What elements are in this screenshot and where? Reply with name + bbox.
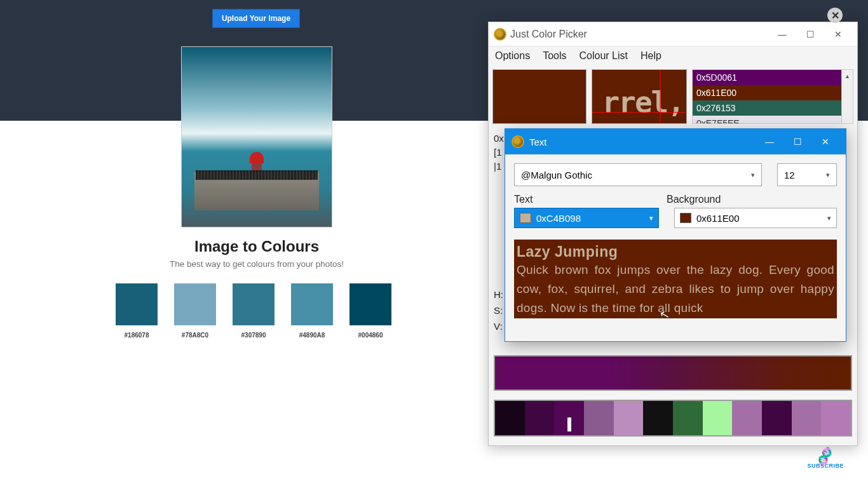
swatch[interactable]: #307890 — [233, 283, 275, 339]
background-color-select[interactable]: 0x611E00 ▾ — [674, 208, 837, 228]
crosshair-vertical — [660, 70, 661, 123]
page-subtitle: The best way to get colours from your ph… — [0, 259, 513, 269]
bg-color-value: 0x611E00 — [696, 213, 740, 224]
swatch-color — [233, 283, 275, 325]
maximize-icon[interactable]: ☐ — [796, 24, 824, 44]
chevron-down-icon: ▾ — [826, 171, 830, 179]
shade-swatch[interactable] — [762, 401, 792, 435]
menu-options[interactable]: Options — [495, 50, 530, 62]
chevron-down-icon: ▾ — [827, 214, 831, 222]
jcp-title: Just Color Picker — [510, 29, 587, 40]
shade-swatch[interactable] — [525, 401, 555, 435]
page-title: Image to Colours — [0, 238, 513, 255]
jcp-titlebar[interactable]: Just Color Picker — ☐ ✕ — [489, 22, 857, 46]
swatch-color — [116, 283, 158, 325]
shade-row — [494, 400, 852, 437]
font-size-value: 12 — [784, 170, 795, 180]
upload-image-label: Upload Your Image — [222, 14, 290, 23]
shade-swatch[interactable] — [792, 401, 822, 435]
text-window-title: Text — [529, 137, 547, 147]
swatch[interactable]: #186078 — [116, 283, 158, 339]
swatch-hex: #78A8C0 — [182, 332, 208, 339]
shade-swatch[interactable] — [821, 401, 851, 435]
swatch-color — [174, 283, 216, 325]
swatch-hex: #004860 — [358, 332, 383, 339]
swatch-color — [349, 283, 391, 325]
colour-list-item[interactable]: 0xE7E5EE — [693, 116, 841, 123]
swatch-hex: #307890 — [241, 332, 266, 339]
text-color-select[interactable]: 0xC4B098 ▾ — [514, 208, 659, 228]
swatch[interactable]: #004860 — [349, 283, 391, 339]
colour-info-lines: 0x [1 |1 — [494, 132, 504, 173]
preview-body: Quick brown fox jumps over the lazy dog.… — [517, 261, 834, 318]
menu-tools[interactable]: Tools — [543, 50, 566, 62]
shade-swatch[interactable] — [554, 401, 584, 435]
gradient-strip[interactable] — [494, 355, 852, 391]
menu-help[interactable]: Help — [641, 50, 661, 62]
shade-swatch[interactable] — [732, 401, 762, 435]
text-color-chip — [520, 213, 531, 223]
crosshair-horizontal — [592, 112, 686, 113]
chevron-down-icon: ▾ — [649, 214, 653, 222]
bg-color-chip — [680, 213, 691, 223]
hsv-s: S: — [494, 302, 503, 318]
minimize-icon[interactable]: — — [768, 24, 796, 44]
colour-list-item[interactable]: 0x276153 — [693, 100, 841, 116]
palette-row: #186078 #78A8C0 #307890 #4890A8 #004860 — [116, 283, 391, 339]
font-select-value: @Malgun Gothic — [521, 170, 592, 180]
shade-swatch[interactable] — [703, 401, 733, 435]
swatch-color — [291, 283, 333, 325]
colour-list[interactable]: 0x5D0061 0x611E00 0x276153 0xE7E5EE ▴ — [692, 69, 853, 124]
active-shade-marker — [567, 417, 571, 431]
text-titlebar[interactable]: Text — ☐ ✕ — [505, 129, 846, 154]
swatch-hex: #4890A8 — [299, 332, 325, 339]
chevron-down-icon: ▾ — [751, 171, 755, 179]
close-icon[interactable]: ✕ — [811, 129, 839, 154]
subscribe-watermark: 🧬 SUBSCRIBE — [807, 451, 844, 469]
app-icon — [512, 135, 524, 148]
current-color-patch — [492, 69, 587, 124]
shade-swatch[interactable] — [673, 401, 703, 435]
swatch[interactable]: #4890A8 — [291, 283, 333, 339]
shade-swatch[interactable] — [584, 401, 614, 435]
background-label: Background — [667, 194, 721, 205]
preview-image — [181, 46, 332, 227]
text-preview: Lazy Jumping Quick brown fox jumps over … — [514, 240, 837, 318]
app-icon — [494, 28, 506, 41]
info-line-3: |1 — [494, 159, 504, 173]
info-line-1: 0x — [494, 132, 504, 146]
preview-heading: Lazy Jumping — [517, 243, 834, 261]
font-select[interactable]: @Malgun Gothic ▾ — [514, 163, 762, 186]
scrollbar[interactable]: ▴ — [841, 70, 853, 123]
upload-image-button[interactable]: Upload Your Image — [212, 9, 300, 28]
colour-list-item[interactable]: 0x5D0061 — [693, 70, 841, 85]
shade-swatch[interactable] — [643, 401, 673, 435]
colour-list-item[interactable]: 0x611E00 — [693, 85, 841, 100]
lighthouse-roof — [250, 152, 264, 163]
font-size-select[interactable]: 12 ▾ — [777, 163, 837, 186]
shade-swatch[interactable] — [495, 401, 525, 435]
info-line-2: [1 — [494, 146, 504, 159]
shade-swatch[interactable] — [614, 401, 644, 435]
swatch[interactable]: #78A8C0 — [174, 283, 216, 339]
minimize-icon[interactable]: — — [756, 129, 783, 154]
text-color-value: 0xC4B098 — [536, 213, 581, 224]
close-icon[interactable]: ✕ — [827, 8, 843, 23]
magnifier: rrel, — [592, 69, 687, 124]
hsv-v: V: — [494, 318, 503, 334]
crowd-silhouette — [196, 170, 318, 180]
close-icon[interactable]: ✕ — [824, 24, 852, 44]
menu-colour-list[interactable]: Colour List — [580, 50, 628, 62]
hsv-h: H: — [494, 287, 503, 302]
text-window: Text — ☐ ✕ @Malgun Gothic ▾ 12 ▾ Text Ba… — [505, 128, 846, 342]
scroll-up-icon[interactable]: ▴ — [842, 70, 853, 81]
swatch-hex: #186078 — [125, 332, 149, 339]
menubar: Options Tools Colour List Help — [489, 46, 857, 65]
maximize-icon[interactable]: ☐ — [783, 129, 811, 154]
magnifier-sample-text: rrel, — [602, 85, 684, 119]
hsv-labels: H: S: V: — [494, 287, 503, 334]
text-label: Text — [514, 194, 651, 205]
